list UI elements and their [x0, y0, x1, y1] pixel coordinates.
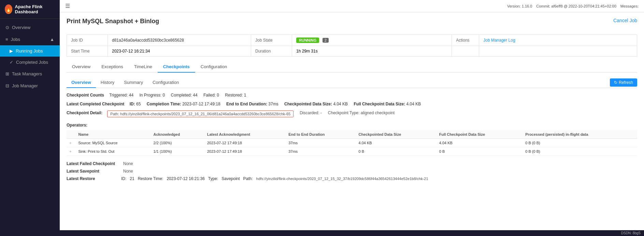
messages-info: Messages: [620, 4, 639, 8]
sub-tabs: Overview History Summary Configuration ↻… [67, 77, 637, 88]
tab-timeline[interactable]: TimeLine [129, 61, 158, 73]
job-manager-log-cell: Job Manager Log [479, 35, 637, 46]
tab-overview[interactable]: Overview [67, 61, 96, 73]
savepoint-label: Latest Savepoint [67, 169, 118, 174]
logo-icon: 🔥 [5, 4, 12, 14]
version-info: Version: 1.16.0 [507, 4, 532, 8]
commit-info: Commit: af6eff8 @ 2022-10-20T04:21:45+02… [536, 4, 616, 8]
sidebar-item-task-managers[interactable]: ⊞ Task Managers [0, 68, 60, 80]
cp-counts-label: Checkpoint Counts [67, 93, 104, 98]
sub-tab-summary[interactable]: Summary [119, 77, 148, 88]
running-jobs-label: Running Jobs [16, 48, 43, 54]
cp-data-size-stat: Checkpointed Data Size: 4.04 KB [284, 102, 349, 106]
job-id-label: Job ID [67, 35, 108, 46]
operators-table: Name Acknowledged Latest Acknowledgment … [67, 130, 637, 156]
app-name: Apache Flink Dashboard [15, 4, 55, 14]
jobs-icon: ≡ [5, 37, 8, 42]
col-e2e: End to End Duration [286, 130, 356, 139]
job-state-cell: RUNNING 2 [292, 35, 452, 46]
savepoint-value: None [123, 169, 133, 174]
restore-path-label: Path: [243, 176, 253, 181]
sidebar-item-running-jobs[interactable]: ▶ Running Jobs [0, 45, 60, 57]
bottom-info: Latest Failed Checkpoint None Latest Sav… [67, 161, 637, 181]
page-content: Print MySQL Snapshot + Binlog Cancel Job… [60, 12, 644, 230]
latest-cp-label: Latest Completed Checkpoint [67, 102, 124, 106]
start-time-label: Start Time [67, 46, 108, 57]
operators-section: Operators: Name Acknowledged Latest Ackn… [67, 123, 637, 156]
cp-detail-discarded: Discarded: - [300, 110, 322, 115]
running-icon: ▶ [10, 48, 13, 54]
col-data-size: Checkpointed Data Size [356, 130, 437, 139]
op-ack-0: 2/2 (100%) [151, 139, 204, 147]
op-e2e-0: 37ms [286, 139, 356, 147]
latest-checkpoint-row: Latest Completed Checkpoint ID: 65 Compl… [67, 102, 637, 106]
op-ack-1: 1/1 (100%) [151, 147, 204, 156]
cp-in-progress: In Progress: 0 [139, 93, 166, 98]
job-state-label: Job State [251, 35, 292, 46]
col-name: Name [75, 130, 151, 139]
tab-checkpoints[interactable]: Checkpoints [158, 61, 195, 73]
col-in-flight: Processed (persisted) in-flight data [523, 130, 637, 139]
failed-cp-label: Latest Failed Checkpoint [67, 161, 118, 166]
topbar-right: Version: 1.16.0 Commit: af6eff8 @ 2022-1… [507, 4, 639, 8]
task-managers-label: Task Managers [12, 71, 42, 76]
sidebar-item-overview[interactable]: ⊙ Overview [0, 21, 60, 33]
job-manager-icon: ⊟ [5, 83, 9, 88]
menu-icon[interactable]: ☰ [65, 3, 70, 9]
col-full-data-size: Full Checkpoint Data Size [437, 130, 523, 139]
expand-btn-0[interactable]: + [69, 141, 71, 145]
sub-tab-history[interactable]: History [96, 77, 119, 88]
overview-icon: ⊙ [5, 25, 9, 30]
duration-value: 1h 29m 31s [292, 46, 452, 57]
cp-triggered: Triggered: 44 [109, 93, 134, 98]
footer-text: DSDN: 8bgS [621, 231, 641, 235]
sub-tab-configuration[interactable]: Configuration [148, 77, 184, 88]
col-latest-ack: Latest Acknowledgment [204, 130, 286, 139]
op-e2e-1: 37ms [286, 147, 356, 156]
jobs-label: Jobs [11, 37, 20, 42]
refresh-label: Refresh [619, 80, 633, 85]
cp-e2e-stat: End to End Duration: 37ms [226, 102, 280, 106]
refresh-button[interactable]: ↻ Refresh [610, 78, 637, 87]
tab-exceptions[interactable]: Exceptions [96, 61, 129, 73]
start-time-value: 2023-07-12 16:21:34 [108, 46, 251, 57]
operator-row-1: + Sink: Print to Std. Out 1/1 (100%) 202… [67, 147, 637, 156]
restore-type-val: Savepoint [221, 176, 240, 181]
cp-detail-label: Checkpoint Detail: [67, 110, 102, 115]
restore-label: Latest Restore [67, 176, 118, 181]
op-data-size-0: 4.04 KB [356, 139, 437, 147]
tab-configuration[interactable]: Configuration [195, 61, 232, 73]
job-info-table: Job ID d81a246a0a4accdd53260bc3ce865628 … [67, 34, 637, 57]
sub-tab-overview[interactable]: Overview [67, 77, 96, 88]
job-manager-label: Job Manager [12, 83, 38, 88]
sidebar-item-job-manager[interactable]: ⊟ Job Manager [0, 80, 60, 92]
col-expand [67, 130, 75, 139]
running-badge: RUNNING [296, 38, 319, 43]
operators-title: Operators: [67, 123, 637, 128]
duration-label: Duration [251, 46, 292, 57]
expand-btn-1[interactable]: + [69, 149, 71, 153]
cp-failed: Failed: 0 [203, 93, 220, 98]
cp-completed: Completed: 44 [171, 93, 199, 98]
restore-time-label: Restore Time: [138, 176, 163, 181]
cancel-job-button[interactable]: Cancel Job [613, 18, 637, 23]
topbar: ☰ Version: 1.16.0 Commit: af6eff8 @ 2022… [60, 0, 644, 12]
op-in-flight-0: 0 B (0 B) [523, 139, 637, 147]
operator-row-0: + Source: MySQL Source 2/2 (100%) 2023-0… [67, 139, 637, 147]
footer: DSDN: 8bgS [60, 230, 644, 236]
checkpoint-detail-row: Checkpoint Detail: Path: hdfs://yinzilid… [67, 110, 637, 117]
sidebar-item-completed-jobs[interactable]: ✓ Completed Jobs [0, 57, 60, 68]
sidebar: 🔥 Apache Flink Dashboard ⊙ Overview ≡ Jo… [0, 0, 60, 236]
op-name-1: Sink: Print to Std. Out [75, 147, 151, 156]
sidebar-item-jobs[interactable]: ≡ Jobs ▲ [0, 33, 60, 45]
main-tabs: Overview Exceptions TimeLine Checkpoints… [67, 61, 637, 73]
sidebar-nav: ⊙ Overview ≡ Jobs ▲ ▶ Running Jobs ✓ Com… [0, 19, 60, 236]
task-managers-icon: ⊞ [5, 71, 9, 76]
failed-cp-value: None [123, 161, 133, 166]
op-latest-ack-0: 2023-07-12 17:49:18 [204, 139, 286, 147]
job-manager-log-link[interactable]: Job Manager Log [483, 38, 515, 43]
col-acknowledged: Acknowledged [151, 130, 204, 139]
cp-completion-stat: Completion Time: 2023-07-12 17:49:18 [147, 102, 221, 106]
savepoint-row: Latest Savepoint None [67, 169, 637, 174]
cp-id-stat: ID: 65 [130, 102, 142, 106]
